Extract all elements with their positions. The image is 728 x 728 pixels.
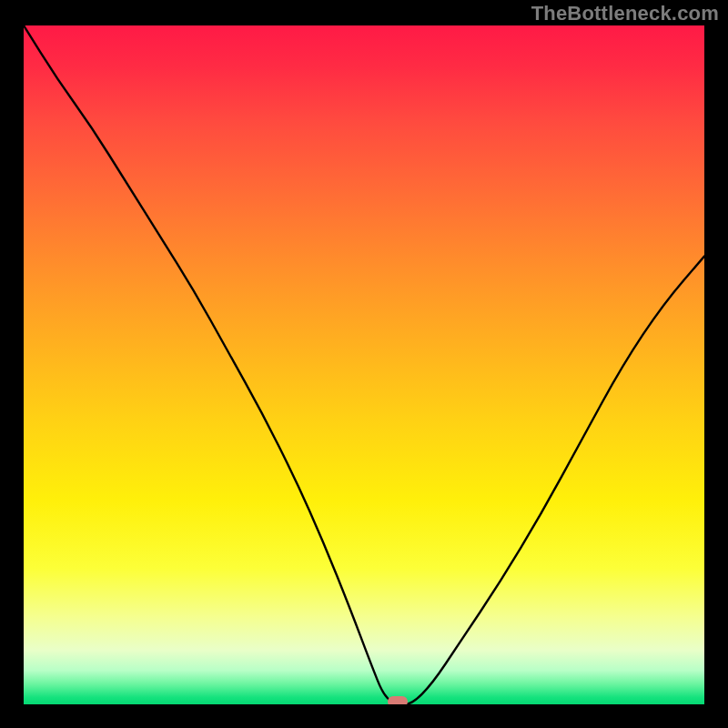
chart-frame: TheBottleneck.com (0, 0, 728, 728)
bottleneck-curve (24, 25, 704, 704)
watermark-text: TheBottleneck.com (531, 2, 719, 25)
optimal-marker (388, 696, 408, 704)
plot-area (24, 25, 704, 704)
